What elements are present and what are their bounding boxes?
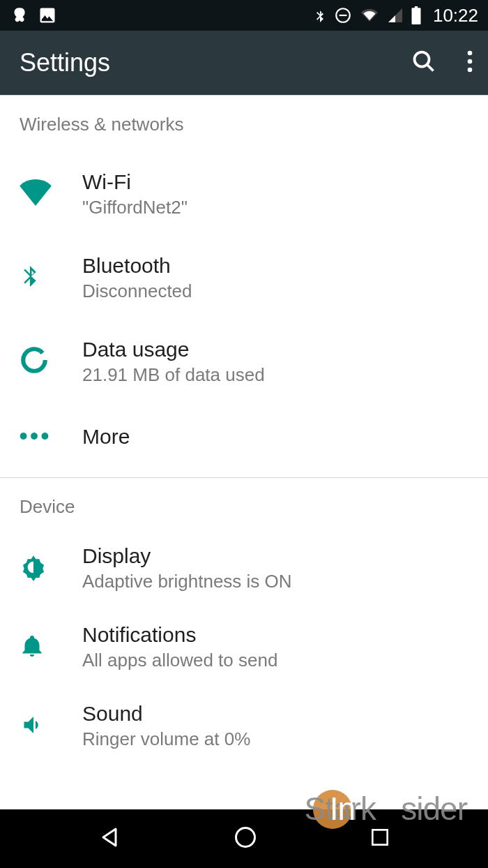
svg-point-3 <box>415 52 429 67</box>
bluetooth-icon <box>20 261 40 294</box>
notifications-title: Notifications <box>82 623 277 647</box>
cell-signal-icon <box>387 7 404 24</box>
navigation-bar <box>0 809 488 868</box>
overflow-menu-button[interactable] <box>467 50 473 76</box>
sound-item[interactable]: Sound Ringer volume at 0% <box>0 687 488 765</box>
sound-subtitle: Ringer volume at 0% <box>82 728 250 750</box>
data-usage-subtitle: 21.91 MB of data used <box>82 364 265 386</box>
battery-icon <box>411 6 422 24</box>
svg-rect-13 <box>372 830 387 844</box>
svg-point-7 <box>468 68 473 73</box>
back-button[interactable] <box>97 825 122 853</box>
image-notify-icon <box>38 6 57 25</box>
wifi-icon <box>20 179 52 209</box>
svg-point-12 <box>236 828 254 847</box>
more-title: More <box>82 425 130 449</box>
settings-content: Wireless & networks Wi-Fi "GiffordNet2" … <box>0 96 488 765</box>
svg-point-9 <box>20 433 27 440</box>
wifi-item[interactable]: Wi-Fi "GiffordNet2" <box>0 152 488 236</box>
page-title: Settings <box>20 48 110 77</box>
section-header-wireless: Wireless & networks <box>0 96 488 138</box>
app-notify-icon <box>10 6 28 24</box>
data-usage-title: Data usage <box>82 338 265 361</box>
svg-point-6 <box>468 59 473 64</box>
bluetooth-status-icon <box>313 6 327 25</box>
notifications-item[interactable]: Notifications All apps allowed to send <box>0 608 488 687</box>
svg-line-4 <box>427 65 434 71</box>
sound-icon <box>20 712 47 740</box>
bluetooth-title: Bluetooth <box>82 254 192 278</box>
wifi-status-icon <box>359 7 380 24</box>
display-item[interactable]: Display Adaptive brightness is ON <box>0 529 488 608</box>
search-button[interactable] <box>411 49 436 77</box>
wifi-title: Wi-Fi <box>82 170 188 194</box>
brightness-icon <box>20 553 47 584</box>
more-icon <box>20 431 49 443</box>
data-usage-icon <box>20 345 49 377</box>
svg-point-5 <box>468 51 473 56</box>
bluetooth-item[interactable]: Bluetooth Disconnected <box>0 236 488 320</box>
app-bar: Settings <box>0 31 488 96</box>
notifications-icon <box>20 632 45 663</box>
section-header-device: Device <box>0 478 488 521</box>
display-subtitle: Adaptive brightness is ON <box>82 571 292 592</box>
wifi-subtitle: "GiffordNet2" <box>82 197 188 218</box>
data-usage-item[interactable]: Data usage 21.91 MB of data used <box>0 320 488 403</box>
svg-point-10 <box>31 433 38 440</box>
sound-title: Sound <box>82 702 250 726</box>
display-title: Display <box>82 544 292 568</box>
status-time: 10:22 <box>433 5 478 27</box>
dnd-icon <box>334 6 352 24</box>
status-bar: 10:22 <box>0 0 488 31</box>
more-item[interactable]: More <box>0 403 488 470</box>
home-button[interactable] <box>233 825 258 853</box>
svg-point-8 <box>23 349 45 371</box>
recent-apps-button[interactable] <box>369 826 391 851</box>
notifications-subtitle: All apps allowed to send <box>82 650 277 671</box>
svg-point-11 <box>42 433 49 440</box>
bluetooth-subtitle: Disconnected <box>82 280 192 302</box>
